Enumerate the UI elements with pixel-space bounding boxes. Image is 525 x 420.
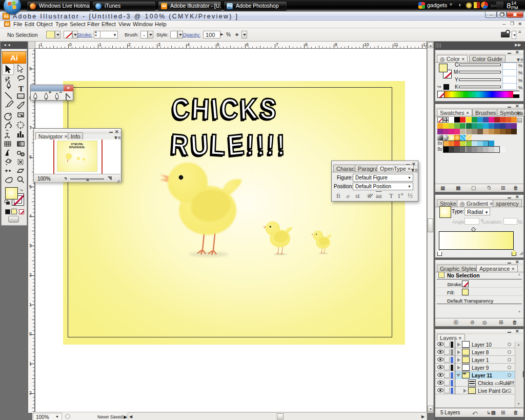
svg-text:T: T	[18, 85, 24, 93]
